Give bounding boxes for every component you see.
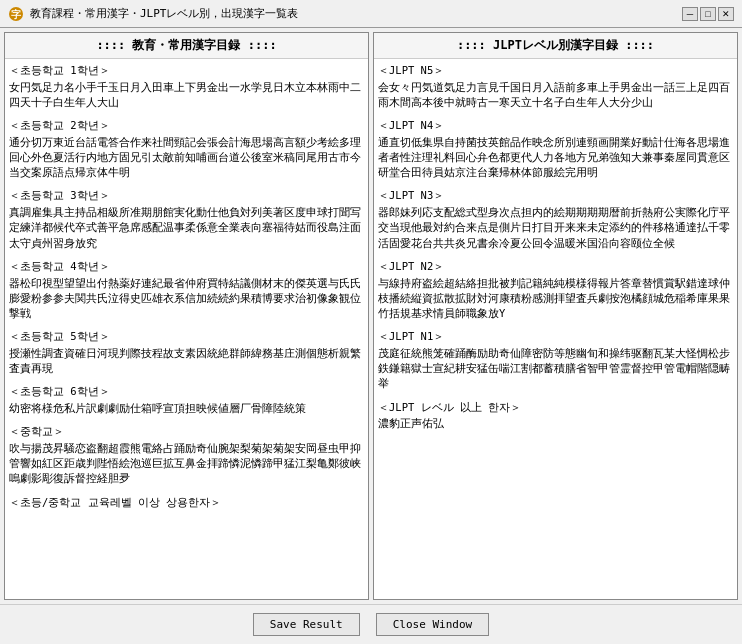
list-item: ＜JLPT N3＞器郎妹列応支配総式型身次点担内的絵期期期期暦前折熱府公実際化庁…	[378, 188, 733, 250]
section-content: 真調雇集具主持品相級所准期朋館実化動仕他負対列美著区度申球打聞写定練洋都候代卒式…	[9, 205, 364, 251]
left-panel-header: :::: 教育・常用漢字目録 ::::	[5, 33, 368, 59]
section-title: ＜JLPT N5＞	[378, 63, 733, 78]
list-item: ＜초등학교 4학년＞器松印視型望望出付熱薬好連紀最省仲府買特結議側材末的傑英選与…	[9, 259, 364, 321]
section-content: 会女々円気道気足力言見千国日月入語前多車上手男金出一話三上足四百雨木間高本後中就…	[378, 80, 733, 110]
list-item: ＜JLPT N4＞通直切低集県自持菌技英館品作映念所別連頸画開業好動計仕海各思場…	[378, 118, 733, 180]
list-item: ＜초등학교 1학년＞女円気足力名小手千玉日月入田車上下男金出一水学見日木立本林雨…	[9, 63, 364, 110]
minimize-button[interactable]: ─	[682, 7, 698, 21]
right-panel: :::: JLPTレベル別漢字目録 :::: ＜JLPT N5＞会女々円気道気足…	[373, 32, 738, 600]
window-controls: ─ □ ✕	[682, 7, 734, 21]
section-content: 通直切低集県自持菌技英館品作映念所別連頸画開業好動計仕海各思場進者者性注理礼料回…	[378, 135, 733, 181]
list-item: ＜초등학교 3학년＞真調雇集具主持品相級所准期朋館実化動仕他負対列美著区度申球打…	[9, 188, 364, 250]
section-title: ＜초등학교 1학년＞	[9, 63, 364, 78]
section-title: ＜초등학교 5학년＞	[9, 329, 364, 344]
section-content: 与線持府盗絵超結絡担批被判記籍純純模様得報片答章替慣賞駅錯達球仲枝播続縦資拡散拡…	[378, 276, 733, 322]
right-panel-header: :::: JLPTレベル別漢字目録 ::::	[374, 33, 737, 59]
window-title: 教育課程・常用漢字・JLPTレベル別，出現漢字一覧表	[30, 6, 299, 21]
section-content: 女円気足力名小手千玉日月入田車上下男金出一水学見日木立本林雨中二四天十子白生年人…	[9, 80, 364, 110]
section-title: ＜초등학교 6학년＞	[9, 384, 364, 399]
section-title: ＜초등학교 3학년＞	[9, 188, 364, 203]
section-title: ＜JLPT N3＞	[378, 188, 733, 203]
list-item: ＜JLPT N1＞茂庭征統熊笼確踊酶励助奇仙障密防等態幽旬和操纬驱翻瓦某大怪惆松…	[378, 329, 733, 391]
section-content: 幼密将様危私片訳劇劇励仕箱呼宣頂担映候値層厂骨障陸統策	[9, 401, 364, 416]
app-icon: 字	[8, 6, 24, 22]
section-title: ＜초등학교 2학년＞	[9, 118, 364, 133]
list-item: ＜초등학교 5학년＞授瀬性調査資確日河現判際技程故支素因統絶群師緯務基庄測個態析…	[9, 329, 364, 376]
list-item: ＜중학교＞吹与揚茂昇騒恋盗翻超霞熊電絡占踊励奇仙腕架梨菊架菊架安岡昼虫甲抑管響如…	[9, 424, 364, 486]
section-title: ＜JLPT N1＞	[378, 329, 733, 344]
list-item: ＜초등/중학교 교육레벨 이상 상용한자＞	[9, 495, 364, 510]
close-window-button[interactable]: Close Window	[376, 613, 489, 636]
section-title: ＜JLPT N4＞	[378, 118, 733, 133]
list-item: ＜JLPT レベル 以上 한자＞濃豹正声佑弘	[378, 400, 733, 432]
main-content: :::: 教育・常用漢字目録 :::: ＜초등학교 1학년＞女円気足力名小手千玉…	[0, 28, 742, 604]
section-title: ＜JLPT レベル 以上 한자＞	[378, 400, 733, 415]
right-panel-body[interactable]: ＜JLPT N5＞会女々円気道気足力言見千国日月入語前多車上手男金出一話三上足四…	[374, 59, 737, 599]
list-item: ＜초등학교 6학년＞幼密将様危私片訳劇劇励仕箱呼宣頂担映候値層厂骨障陸統策	[9, 384, 364, 416]
section-content: 器松印視型望望出付熱薬好連紀最省仲府買特結議側材末的傑英選与氏氏膨愛粉参参夫関共…	[9, 276, 364, 322]
window-close-button[interactable]: ✕	[718, 7, 734, 21]
section-content: 濃豹正声佑弘	[378, 416, 733, 431]
svg-text:字: 字	[11, 9, 22, 20]
section-title: ＜중학교＞	[9, 424, 364, 439]
section-content: 授瀬性調査資確日河現判際技程故支素因統絶群師緯務基庄測個態析親繁査責再現	[9, 346, 364, 376]
section-content: 器郎妹列応支配総式型身次点担内的絵期期期期暦前折熱府公実際化庁平交当現他最対約合…	[378, 205, 733, 251]
list-item: ＜초등학교 2학년＞通分切万東近台話電答合作来社間頸記会張会計海思場高言額少考絵…	[9, 118, 364, 180]
title-bar: 字 教育課程・常用漢字・JLPTレベル別，出現漢字一覧表 ─ □ ✕	[0, 0, 742, 28]
section-title: ＜초등/중학교 교육레벨 이상 상용한자＞	[9, 495, 364, 510]
list-item: ＜JLPT N2＞与線持府盗絵超結絡担批被判記籍純純模様得報片答章替慣賞駅錯達球…	[378, 259, 733, 321]
left-panel-body[interactable]: ＜초등학교 1학년＞女円気足力名小手千玉日月入田車上下男金出一水学見日木立本林雨…	[5, 59, 368, 599]
footer: Save Result Close Window	[0, 604, 742, 644]
section-title: ＜초등학교 4학년＞	[9, 259, 364, 274]
list-item: ＜JLPT N5＞会女々円気道気足力言見千国日月入語前多車上手男金出一話三上足四…	[378, 63, 733, 110]
section-title: ＜JLPT N2＞	[378, 259, 733, 274]
maximize-button[interactable]: □	[700, 7, 716, 21]
section-content: 通分切万東近台話電答合作来社間頸記会張会計海思場高言額少考絵多理回心外色夏活行内…	[9, 135, 364, 181]
section-content: 吹与揚茂昇騒恋盗翻超霞熊電絡占踊励奇仙腕架梨菊架菊架安岡昼虫甲抑管響如紅区距歳判…	[9, 441, 364, 487]
left-panel: :::: 教育・常用漢字目録 :::: ＜초등학교 1학년＞女円気足力名小手千玉…	[4, 32, 369, 600]
save-result-button[interactable]: Save Result	[253, 613, 360, 636]
section-content: 茂庭征統熊笼確踊酶励助奇仙障密防等態幽旬和操纬驱翻瓦某大怪惆松步鉄鎌籍獄士宣紀耕…	[378, 346, 733, 392]
